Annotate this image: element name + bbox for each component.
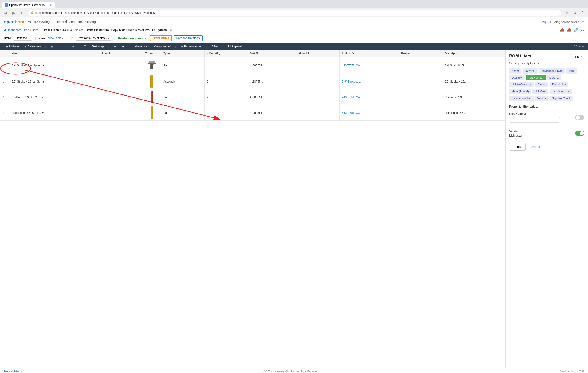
col-part-number[interactable]: Part N... (247, 50, 296, 57)
bom-label: BOM: (4, 37, 12, 40)
property-chip[interactable]: Link to Onshape (509, 82, 534, 87)
property-chip[interactable]: Mass (Pound) (509, 89, 531, 94)
table-header-row: Name Revision Thumb... Type ↓ Quantity P… (0, 50, 505, 57)
hide-filters-button[interactable]: Hide > (571, 54, 584, 59)
revisions-dropdown[interactable]: Revisions (Latest state) ▼ (76, 36, 112, 41)
url-text: bom.openbom.com/spreadsheet/bom/040e76a4… (35, 11, 155, 14)
back-button[interactable]: ◀ (2, 10, 9, 16)
forward-button[interactable]: ▶ (10, 10, 17, 16)
browser-tab[interactable]: OpenBOM Brake Blaster Pro — ✕ (2, 2, 55, 8)
row-dropdown-arrow[interactable]: ▼ (42, 64, 45, 67)
col-name[interactable]: Name (9, 50, 99, 57)
property-chip[interactable]: Description (550, 82, 568, 87)
part-number-filter-row: Part Number (509, 110, 584, 125)
align-button[interactable]: ≡ (71, 44, 76, 49)
edit-name-button[interactable]: ✏ (170, 28, 173, 32)
row-link[interactable]: 4138T551_GA... (340, 57, 399, 74)
col-thumbnail[interactable]: Thumb... (143, 50, 161, 57)
bom-table: Name Revision Thumb... Type ↓ Quantity P… (0, 50, 505, 121)
info-panel-button[interactable]: ℹ Info panel (226, 44, 244, 49)
property-chip[interactable]: Quantity (509, 75, 524, 80)
row-material (296, 89, 340, 105)
print-button[interactable]: 🖨 (581, 28, 584, 32)
app-logo: openbom (4, 19, 24, 25)
property-chip[interactable]: Unit Cost (532, 89, 548, 94)
svg-rect-5 (148, 61, 155, 62)
col-revision[interactable]: Revision (99, 50, 143, 57)
app-header: openbom You are viewing a BOM and cannot… (0, 18, 588, 26)
vendor-toggle[interactable] (575, 131, 584, 136)
plus-icon: ⊕ (6, 45, 8, 48)
reload-button[interactable]: ↻ (19, 10, 25, 16)
property-chip[interactable]: Project (535, 82, 548, 87)
part-number-filter-input[interactable] (509, 117, 560, 123)
col-description[interactable]: Descriptio... (442, 50, 505, 57)
property-chip[interactable]: Type (566, 68, 577, 74)
row-dropdown-arrow[interactable]: ▼ (42, 111, 44, 115)
row-link[interactable]: 5.5" Stroke x ... (340, 74, 399, 89)
col-type[interactable]: Type (161, 50, 204, 57)
order-boms-button[interactable]: Order BOMs (150, 35, 172, 41)
row-dropdown-arrow[interactable]: ▼ (42, 80, 45, 83)
help-link[interactable]: Help (540, 20, 547, 24)
menu-button[interactable]: ⋮ (579, 10, 586, 16)
grid-view-button[interactable]: ⊞ (49, 44, 55, 49)
extensions-button[interactable]: ⚙ (571, 10, 578, 16)
property-chip[interactable]: Name (509, 68, 521, 74)
tab-close-button[interactable]: ✕ (49, 3, 52, 7)
row-part-number: 4138T551 (247, 57, 296, 74)
box-button[interactable]: ☐ (82, 44, 88, 49)
property-chip[interactable]: calculated cost (550, 89, 572, 94)
filter-button[interactable]: Filter (210, 44, 220, 49)
share-button[interactable]: 🔗 (574, 28, 578, 32)
undo-button[interactable]: ↩ (112, 44, 118, 49)
composed-of-button[interactable]: Composed of (152, 44, 172, 49)
property-chip[interactable]: Balloon Number (509, 96, 534, 101)
property-chip[interactable]: Material (547, 75, 562, 80)
part-number-filter-label: Part Number (509, 112, 560, 115)
select-property-label: Select property to filter: (509, 61, 584, 65)
property-order-button[interactable]: ↔ Property order (179, 44, 204, 49)
row-link[interactable]: 4138T551_GA... (340, 105, 399, 121)
sort-up-button[interactable]: ↑ (57, 44, 62, 49)
user-label[interactable]: oleg newmancloud (555, 20, 579, 24)
row-material (296, 57, 340, 74)
view-mode-button[interactable]: View is off ▼ (48, 37, 64, 40)
redo-button[interactable]: ↪ (120, 44, 126, 49)
clear-all-button[interactable]: Clear all (528, 143, 543, 150)
where-used-button[interactable]: Where used (132, 44, 150, 49)
part-number-toggle[interactable] (575, 115, 584, 120)
privacy-link[interactable]: Privacy (13, 370, 22, 373)
col-project[interactable]: Project (399, 50, 442, 57)
terms-link[interactable]: Terms (4, 370, 10, 373)
property-chip[interactable]: Vendor (535, 96, 548, 101)
browser-actions: ☆ ⚙ ⋮ (564, 10, 586, 16)
import-button[interactable]: 📥 (560, 28, 565, 32)
row-quantity: 2 (204, 105, 247, 121)
sort-down-button[interactable]: ↓ (64, 44, 69, 49)
export-button[interactable]: 📤 (567, 28, 571, 32)
property-chip[interactable]: Thumbnail image (539, 68, 565, 74)
property-chip[interactable]: Part Number (525, 75, 546, 80)
new-tab-button[interactable]: + (56, 2, 62, 8)
delete-row-button[interactable]: ⊖ Delete row (22, 44, 42, 49)
apply-button[interactable]: Apply (509, 143, 525, 150)
property-chip[interactable]: Revision (523, 68, 538, 74)
col-quantity[interactable]: ↓ Quantity (204, 50, 247, 57)
col-material[interactable]: Material (296, 50, 340, 57)
url-bar[interactable]: 🔒 bom.openbom.com/spreadsheet/bom/040e76… (27, 10, 562, 16)
row-dropdown-arrow[interactable]: ▼ (42, 96, 44, 99)
col-link[interactable]: Link to O... (340, 50, 399, 57)
main-area: Name Revision Thumb... Type ↓ Quantity P… (0, 50, 588, 368)
row-link[interactable]: 4138T551_GA... (340, 89, 399, 105)
bom-mode-dropdown[interactable]: Flattened ▼ (13, 36, 32, 41)
arrow-icon: ↔ (180, 45, 183, 48)
property-chip[interactable]: Supplier Check (550, 96, 573, 101)
add-row-button[interactable]: ⊕ Add row (4, 44, 21, 49)
header-links: Help ▼ oleg newmancloud ▼ (540, 20, 584, 24)
dashboard-back-link[interactable]: ◀ Dashboard (4, 28, 21, 32)
text-wrap-button[interactable]: Text wrap (90, 44, 105, 49)
vendor-filter-label: Vendor (509, 129, 522, 133)
part-catalogs-button[interactable]: Part and Catalogs (174, 35, 203, 41)
bookmark-button[interactable]: ☆ (564, 10, 570, 16)
